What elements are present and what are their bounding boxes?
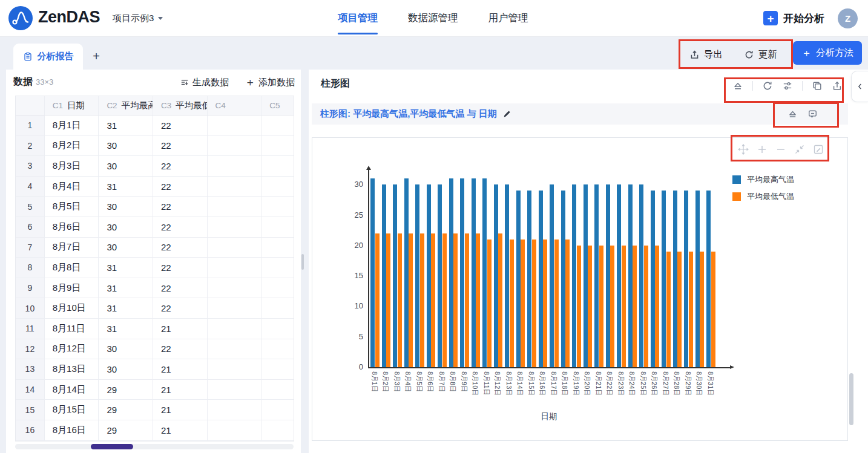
table-cell[interactable]: 8月7日	[45, 238, 99, 258]
table-cell[interactable]	[261, 116, 294, 136]
table-cell[interactable]: 30	[99, 156, 153, 177]
table-cell[interactable]: 30	[99, 359, 153, 380]
avatar[interactable]: Z	[838, 8, 858, 28]
table-cell[interactable]: 29	[99, 400, 153, 420]
table-cell[interactable]: 22	[153, 298, 208, 319]
export-icon[interactable]	[832, 80, 843, 91]
table-cell[interactable]: 21	[153, 359, 208, 380]
export-button[interactable]: 导出	[689, 44, 723, 65]
table-cell[interactable]: 21	[153, 319, 208, 339]
row-number[interactable]: 6	[16, 217, 45, 238]
collapse-icon[interactable]	[732, 80, 743, 91]
table-cell[interactable]	[208, 197, 262, 217]
tab-analysis-report[interactable]: 分析报告	[13, 44, 83, 70]
table-cell[interactable]	[261, 156, 294, 177]
table-cell[interactable]: 22	[153, 156, 208, 177]
row-number[interactable]: 12	[16, 339, 45, 360]
table-cell[interactable]: 22	[153, 217, 208, 238]
table-cell[interactable]: 22	[153, 339, 208, 360]
table-cell[interactable]	[208, 217, 262, 238]
table-cell[interactable]	[261, 359, 294, 380]
row-number[interactable]: 8	[16, 258, 45, 278]
table-cell[interactable]: 30	[99, 238, 153, 258]
table-cell[interactable]: 8月16日	[45, 420, 99, 441]
table-cell[interactable]: 30	[99, 136, 153, 157]
table-cell[interactable]	[261, 217, 294, 238]
table-cell[interactable]: 22	[153, 136, 208, 157]
project-selector[interactable]: 项目示例3	[113, 0, 163, 36]
row-number[interactable]: 9	[16, 278, 45, 299]
table-cell[interactable]	[208, 339, 262, 360]
table-cell[interactable]: 22	[153, 238, 208, 258]
row-number[interactable]: 13	[16, 359, 45, 380]
collapse-icon[interactable]	[787, 109, 798, 119]
table-cell[interactable]: 22	[153, 258, 208, 278]
analysis-method-button[interactable]: ＋ 分析方法	[793, 41, 862, 65]
row-number[interactable]: 1	[16, 116, 45, 136]
table-cell[interactable]: 8月8日	[45, 258, 99, 278]
generate-data-button[interactable]: 生成数据	[180, 75, 229, 90]
table-cell[interactable]: 8月14日	[45, 380, 99, 400]
table-cell[interactable]: 21	[153, 420, 208, 441]
table-cell[interactable]	[208, 359, 262, 380]
table-cell[interactable]: 21	[153, 380, 208, 400]
table-cell[interactable]	[208, 298, 262, 319]
legend-item[interactable]: 平均最低气温	[732, 191, 794, 202]
table-cell[interactable]: 29	[99, 380, 153, 400]
comment-icon[interactable]	[807, 109, 818, 119]
table-cell[interactable]	[208, 380, 262, 400]
table-cell[interactable]	[261, 400, 294, 420]
table-cell[interactable]	[208, 258, 262, 278]
table-cell[interactable]: 31	[99, 116, 153, 136]
table-cell[interactable]: 22	[153, 116, 208, 136]
start-analysis-button[interactable]: + 开始分析	[763, 11, 824, 25]
edit-pencil-icon[interactable]	[502, 109, 511, 119]
nav-tab-数据源管理[interactable]: 数据源管理	[408, 0, 458, 36]
table-cell[interactable]	[208, 400, 262, 420]
column-header-C3[interactable]: C3平均最低气温	[153, 96, 208, 116]
table-cell[interactable]: 8月9日	[45, 278, 99, 299]
refresh-button[interactable]: 更新	[744, 44, 777, 65]
vertical-scrollbar-thumb[interactable]	[849, 373, 853, 425]
column-header-C2[interactable]: C2平均最高气温	[99, 96, 153, 116]
table-cell[interactable]: 8月2日	[45, 136, 99, 157]
column-header-C5[interactable]: C5	[261, 96, 294, 116]
table-cell[interactable]: 31	[99, 278, 153, 299]
column-header-C4[interactable]: C4	[208, 96, 262, 116]
table-cell[interactable]: 8月10日	[45, 298, 99, 319]
table-cell[interactable]: 31	[99, 298, 153, 319]
row-number[interactable]: 7	[16, 238, 45, 258]
table-cell[interactable]	[261, 136, 294, 157]
table-cell[interactable]	[208, 116, 262, 136]
row-number[interactable]: 5	[16, 197, 45, 217]
legend-item[interactable]: 平均最高气温	[732, 174, 794, 185]
table-cell[interactable]	[261, 197, 294, 217]
table-cell[interactable]: 29	[99, 420, 153, 441]
panel-resize-handle[interactable]	[301, 254, 304, 270]
add-data-button[interactable]: ＋ 添加数据	[245, 75, 295, 90]
table-cell[interactable]: 22	[153, 177, 208, 197]
table-cell[interactable]: 8月5日	[45, 197, 99, 217]
horizontal-scrollbar-thumb[interactable]	[91, 444, 133, 449]
table-cell[interactable]: 8月11日	[45, 319, 99, 339]
table-cell[interactable]: 8月15日	[45, 400, 99, 420]
table-cell[interactable]: 21	[153, 400, 208, 420]
table-cell[interactable]: 30	[99, 339, 153, 360]
table-cell[interactable]: 8月4日	[45, 177, 99, 197]
panel-collapse-button[interactable]	[851, 71, 868, 102]
refresh-icon[interactable]	[762, 80, 773, 91]
settings-sliders-icon[interactable]	[782, 80, 793, 91]
table-cell[interactable]: 22	[153, 197, 208, 217]
row-number[interactable]: 2	[16, 136, 45, 157]
table-cell[interactable]: 8月1日	[45, 116, 99, 136]
table-cell[interactable]: 31	[99, 258, 153, 278]
table-cell[interactable]	[208, 278, 262, 299]
table-cell[interactable]	[208, 319, 262, 339]
table-cell[interactable]: 8月6日	[45, 217, 99, 238]
row-number[interactable]: 4	[16, 177, 45, 197]
column-header-C1[interactable]: C1日期	[45, 96, 99, 116]
table-cell[interactable]	[261, 380, 294, 400]
table-cell[interactable]: 30	[99, 197, 153, 217]
table-cell[interactable]	[261, 278, 294, 299]
copy-icon[interactable]	[812, 80, 823, 91]
